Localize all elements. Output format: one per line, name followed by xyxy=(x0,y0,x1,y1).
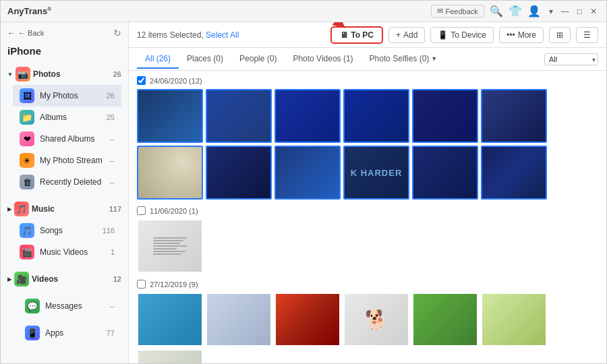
device-name: iPhone xyxy=(1,44,128,61)
tab-photo-selfies[interactable]: Photo Selfies (0) ▼ xyxy=(362,50,446,69)
photo-thumb[interactable] xyxy=(206,146,272,200)
date-group-2: 11/06/2020 (1) xyxy=(137,206,598,273)
sidebar-section-apps: 📱 Apps 77 xyxy=(1,320,128,346)
photo-grid-2 xyxy=(137,219,598,273)
triangle-icon: ▼ xyxy=(7,71,13,78)
sidebar-item-photos[interactable]: ▼ 📷 Photos 26 xyxy=(7,63,121,85)
photo-grid-container: 24/06/2020 (12) K HARDER xyxy=(129,71,606,363)
sidebar-section-videos: ▶ 🎥 Videos 12 xyxy=(1,266,128,293)
more-button[interactable]: ••• More xyxy=(499,27,544,43)
date-group-checkbox-3[interactable] xyxy=(137,280,146,289)
sidebar-item-recently-deleted[interactable]: 🗑 Recently Deleted -- xyxy=(13,171,121,193)
sidebar-item-photo-stream[interactable]: ☀ My Photo Stream -- xyxy=(13,150,121,171)
tab-places[interactable]: Places (0) xyxy=(179,50,231,69)
photo-thumb[interactable] xyxy=(274,146,341,200)
photo-thumb[interactable] xyxy=(137,219,203,273)
tab-people[interactable]: People (0) xyxy=(231,50,285,69)
shirt-icon[interactable]: 👕 xyxy=(509,5,522,18)
ellipsis-icon: ••• xyxy=(507,30,515,40)
filter-select-wrapper: All Favorite Screenshot xyxy=(544,53,598,65)
selection-info: 12 items Selected, Select All xyxy=(137,30,239,40)
photo-thumb[interactable] xyxy=(412,89,478,143)
photo-thumb[interactable] xyxy=(343,89,409,143)
photo-thumb[interactable] xyxy=(481,293,547,346)
photo-thumb[interactable] xyxy=(137,89,203,143)
app-logo: AnyTrans® xyxy=(7,6,51,16)
monitor-icon: 🖥 xyxy=(340,30,348,40)
sidebar-item-videos[interactable]: ▶ 🎥 Videos 12 xyxy=(7,268,121,290)
photo-thumb[interactable] xyxy=(274,89,341,143)
profile-icon[interactable]: 👤 xyxy=(527,5,541,18)
photo-thumb[interactable]: K HARDER xyxy=(343,146,409,200)
photo-stream-icon: ☀ xyxy=(20,153,34,168)
videos-icon: 🎥 xyxy=(14,272,29,286)
add-button[interactable]: + Add xyxy=(388,27,425,43)
songs-icon: 🎵 xyxy=(20,223,34,238)
sidebar-header: ← ← Back ↻ xyxy=(1,22,128,44)
photo-thumb[interactable] xyxy=(412,293,478,346)
albums-icon: 📁 xyxy=(20,110,34,125)
photo-thumb[interactable]: 🐕 xyxy=(343,293,409,346)
triangle-right-icon: ▶ xyxy=(7,206,11,212)
photo-thumb[interactable] xyxy=(137,146,203,200)
close-button[interactable]: ✕ xyxy=(587,7,600,16)
photo-thumb[interactable] xyxy=(206,293,272,346)
messages-icon: 💬 xyxy=(25,299,40,313)
photo-thumb[interactable] xyxy=(481,146,547,200)
title-bar-right: ✉ Feedback 🔍 👕 👤 ▾ — □ ✕ xyxy=(431,5,600,18)
shared-albums-icon: ❤ xyxy=(20,131,34,146)
main-layout: ← ← Back ↻ iPhone ▼ 📷 Photos 26 🖼 My Pho… xyxy=(1,22,606,363)
sidebar-item-songs[interactable]: 🎵 Songs 116 xyxy=(13,220,121,241)
to-device-button[interactable]: 📱 To Device xyxy=(430,27,494,43)
tabs-bar: All (26) Places (0) People (0) Photo Vid… xyxy=(129,48,606,71)
tab-all[interactable]: All (26) xyxy=(137,50,179,69)
search-icon[interactable]: 🔍 xyxy=(490,5,503,18)
window-controls: ▾ — □ ✕ xyxy=(546,7,600,16)
refresh-button[interactable]: ↻ xyxy=(113,28,121,38)
tab-photo-videos[interactable]: Photo Videos (1) xyxy=(285,50,361,69)
photo-thumb[interactable] xyxy=(412,146,478,200)
maximize-button[interactable]: □ xyxy=(575,7,585,16)
plus-icon: + xyxy=(396,30,401,40)
sidebar-item-messages[interactable]: 💬 Messages -- xyxy=(7,295,121,317)
date-group-checkbox-2[interactable] xyxy=(137,206,146,215)
select-all-link[interactable]: Select All xyxy=(206,30,239,40)
photo-thumb[interactable] xyxy=(274,293,341,346)
filter-select[interactable]: All Favorite Screenshot xyxy=(544,53,598,65)
back-button[interactable]: ← ← Back xyxy=(7,28,45,38)
sidebar-item-music[interactable]: ▶ 🎵 Music 117 xyxy=(7,198,121,220)
grid-view-button[interactable]: ⊞ xyxy=(549,27,571,43)
sidebar-item-music-videos[interactable]: 🎬 Music Videos 1 xyxy=(13,241,121,263)
toolbar: 12 items Selected, Select All 🖥 To PC xyxy=(129,22,606,48)
music-videos-icon: 🎬 xyxy=(20,245,34,260)
my-photos-icon: 🖼 xyxy=(20,88,34,103)
sidebar-section-messages: 💬 Messages -- xyxy=(1,293,128,320)
device-icon: 📱 xyxy=(438,30,448,40)
envelope-icon: ✉ xyxy=(437,7,443,16)
photo-thumb[interactable] xyxy=(481,89,547,143)
photo-thumb[interactable] xyxy=(137,293,203,346)
apps-icon: 📱 xyxy=(25,326,40,340)
photos-icon: 📷 xyxy=(16,67,30,82)
photo-thumb[interactable] xyxy=(206,89,272,143)
list-view-button[interactable]: ☰ xyxy=(576,27,598,43)
sidebar-item-albums[interactable]: 📁 Albums 25 xyxy=(13,107,121,128)
photo-thumb[interactable] xyxy=(137,349,203,363)
selfies-dropdown-icon: ▼ xyxy=(431,55,437,62)
sidebar-item-apps[interactable]: 📱 Apps 77 xyxy=(7,322,121,344)
content-area: 12 items Selected, Select All 🖥 To PC xyxy=(129,22,606,363)
photo-grid-1: K HARDER xyxy=(137,89,598,200)
sidebar-section-music: ▶ 🎵 Music 117 🎵 Songs 116 🎬 Music Videos… xyxy=(1,195,128,266)
to-pc-button[interactable]: 🖥 To PC xyxy=(330,26,383,44)
date-group-1: 24/06/2020 (12) K HARDER xyxy=(137,76,598,200)
feedback-button[interactable]: ✉ Feedback xyxy=(431,5,484,18)
chevron-down-icon[interactable]: ▾ xyxy=(546,7,556,16)
date-group-checkbox-1[interactable] xyxy=(137,76,146,85)
recently-deleted-icon: 🗑 xyxy=(20,175,34,189)
minimize-button[interactable]: — xyxy=(558,7,572,16)
sidebar-item-my-photos[interactable]: 🖼 My Photos 26 xyxy=(13,85,121,107)
photos-subsection: 🖼 My Photos 26 📁 Albums 25 ❤ Shared Albu… xyxy=(7,85,121,193)
title-bar: AnyTrans® ✉ Feedback 🔍 👕 👤 ▾ — □ ✕ xyxy=(1,1,606,22)
sidebar-item-shared-albums[interactable]: ❤ Shared Albums -- xyxy=(13,128,121,150)
triangle-right-icon2: ▶ xyxy=(7,276,11,282)
